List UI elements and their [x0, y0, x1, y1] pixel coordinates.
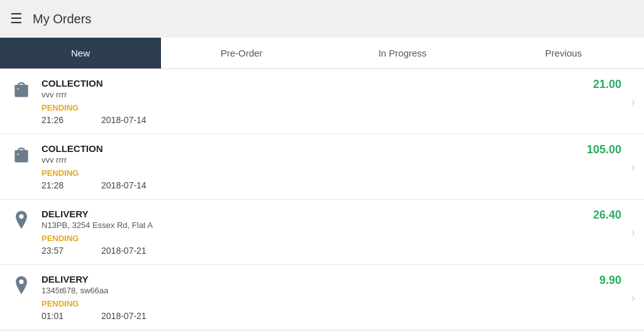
order-item[interactable]: COLLECTIONvvv rrrrPENDING21:262018-07-14…: [0, 69, 644, 134]
order-price: 9.90: [599, 274, 621, 287]
order-type: COLLECTION: [42, 143, 634, 154]
tab-previous[interactable]: Previous: [483, 38, 644, 68]
tabs-bar: NewPre-OrderIn ProgressPrevious: [0, 38, 644, 69]
svg-point-5: [19, 279, 23, 284]
chevron-right-icon: ›: [631, 95, 635, 108]
order-date: 2018-07-21: [101, 311, 147, 321]
order-status: PENDING: [42, 234, 634, 243]
order-item[interactable]: DELIVERY1345t678, sw66aaPENDING01:012018…: [0, 265, 644, 330]
order-status: PENDING: [42, 299, 634, 308]
menu-icon[interactable]: ☰: [10, 11, 23, 27]
order-address: vvv rrrr: [42, 90, 634, 99]
order-time: 01:01: [42, 311, 64, 321]
svg-rect-0: [14, 85, 28, 97]
bag-icon: [10, 78, 33, 100]
header: ☰ My Orders: [0, 0, 644, 38]
chevron-right-icon: ›: [631, 225, 635, 239]
order-status: PENDING: [42, 103, 634, 112]
order-price: 26.40: [593, 209, 621, 222]
order-time: 21:26: [42, 115, 64, 125]
svg-rect-1: [17, 88, 19, 90]
order-type: COLLECTION: [42, 78, 634, 89]
order-date: 2018-07-14: [101, 115, 147, 125]
order-time: 21:28: [42, 180, 64, 190]
location-pin-icon: [10, 209, 33, 231]
order-type: DELIVERY: [42, 274, 634, 285]
order-type: DELIVERY: [42, 209, 634, 219]
page-title: My Orders: [33, 12, 91, 26]
tab-new[interactable]: New: [0, 38, 161, 68]
order-date: 2018-07-21: [101, 246, 147, 256]
bag-icon: [10, 143, 33, 166]
svg-rect-2: [14, 150, 28, 163]
tab-pre-order[interactable]: Pre-Order: [161, 38, 322, 68]
order-item[interactable]: COLLECTIONvvv rrrrPENDING21:282018-07-14…: [0, 134, 644, 200]
order-price: 105.00: [587, 143, 621, 156]
order-item[interactable]: DELIVERYN13PB, 3254 Essex Rd, Flat APEND…: [0, 200, 644, 265]
location-pin-icon: [10, 274, 33, 296]
order-address: N13PB, 3254 Essex Rd, Flat A: [42, 220, 634, 230]
order-time: 23:57: [42, 246, 64, 256]
order-address: 1345t678, sw66aa: [42, 286, 634, 295]
orders-list: COLLECTIONvvv rrrrPENDING21:262018-07-14…: [0, 69, 644, 330]
order-address: vvv rrrr: [42, 155, 634, 165]
chevron-right-icon: ›: [631, 291, 635, 304]
svg-point-4: [19, 214, 23, 219]
svg-rect-3: [17, 153, 19, 155]
order-price: 21.00: [593, 78, 621, 91]
order-date: 2018-07-14: [101, 180, 147, 190]
order-status: PENDING: [42, 168, 634, 178]
chevron-right-icon: ›: [631, 160, 635, 173]
tab-in-progress[interactable]: In Progress: [322, 38, 483, 68]
